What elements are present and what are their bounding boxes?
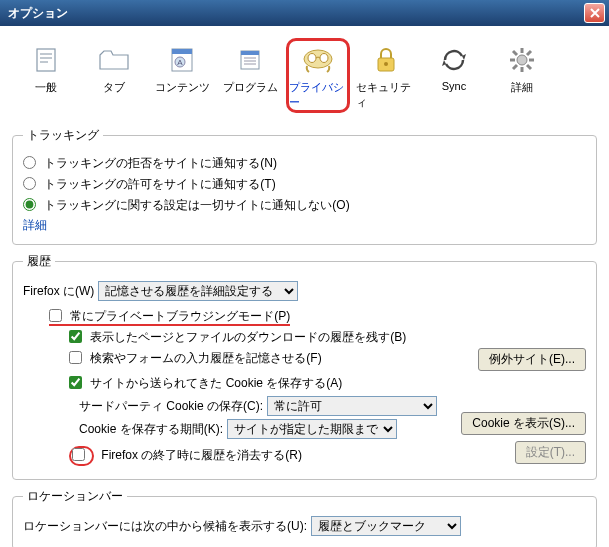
- locationbar-group: ロケーションバー ロケーションバーには次の中から候補を表示する(U): 履歴とブ…: [12, 488, 597, 547]
- history-settings-button: 設定(T)...: [515, 441, 586, 464]
- remember-forms-check[interactable]: 検索やフォームの入力履歴を記憶させる(F): [69, 351, 322, 365]
- firefox-history-label: Firefox に(W): [23, 283, 94, 300]
- svg-rect-2: [40, 57, 52, 59]
- svg-rect-5: [172, 49, 192, 54]
- svg-line-25: [513, 51, 517, 55]
- firefox-history-select[interactable]: 記憶させる履歴を詳細設定する: [98, 281, 298, 301]
- remember-visits-check[interactable]: 表示したページとファイルのダウンロードの履歴を残す(B): [69, 330, 406, 344]
- category-tabstrip: 一般 タブ A コンテンツ プログラム プライバシー: [12, 34, 597, 123]
- security-icon: [368, 42, 404, 78]
- svg-line-27: [527, 51, 531, 55]
- tracking-group: トラッキング トラッキングの拒否をサイトに通知する(N) トラッキングの許可をサ…: [12, 127, 597, 245]
- tracking-detail-link[interactable]: 詳細: [23, 218, 47, 232]
- advanced-icon: [504, 42, 540, 78]
- clear-on-close-check[interactable]: [72, 448, 85, 461]
- history-legend: 履歴: [23, 253, 55, 270]
- tab-icon: [96, 42, 132, 78]
- tab-privacy[interactable]: プライバシー: [286, 38, 350, 113]
- thirdparty-select[interactable]: 常に許可: [267, 396, 437, 416]
- thirdparty-label: サードパーティ Cookie の保存(C):: [79, 398, 263, 415]
- close-button[interactable]: [584, 3, 605, 23]
- svg-rect-9: [241, 51, 259, 55]
- svg-point-14: [308, 54, 316, 63]
- content-area: 一般 タブ A コンテンツ プログラム プライバシー: [0, 26, 609, 547]
- keep-until-select[interactable]: サイトが指定した期限まで: [227, 419, 397, 439]
- tab-security[interactable]: セキュリティ: [354, 38, 418, 113]
- window-title: オプション: [8, 5, 584, 22]
- tracking-allow[interactable]: トラッキングの許可をサイトに通知する(T): [23, 177, 276, 191]
- svg-point-17: [384, 62, 388, 66]
- tracking-none[interactable]: トラッキングに関する設定は一切サイトに通知しない(O): [23, 198, 350, 212]
- programs-icon: [232, 42, 268, 78]
- general-icon: [28, 42, 64, 78]
- tracking-legend: トラッキング: [23, 127, 103, 144]
- tab-programs[interactable]: プログラム: [218, 38, 282, 113]
- titlebar: オプション: [0, 0, 609, 26]
- tracking-refuse[interactable]: トラッキングの拒否をサイトに通知する(N): [23, 156, 277, 170]
- content-icon: A: [164, 42, 200, 78]
- tab-sync[interactable]: Sync: [422, 38, 486, 113]
- svg-rect-3: [40, 61, 48, 63]
- svg-text:A: A: [177, 58, 183, 67]
- clear-on-close-highlight: [69, 446, 94, 466]
- locationbar-legend: ロケーションバー: [23, 488, 127, 505]
- svg-line-26: [527, 65, 531, 69]
- svg-rect-0: [37, 49, 55, 71]
- locationbar-label: ロケーションバーには次の中から候補を表示する(U):: [23, 518, 307, 535]
- tab-tab[interactable]: タブ: [82, 38, 146, 113]
- tab-advanced[interactable]: 詳細: [490, 38, 554, 113]
- sync-icon: [436, 42, 472, 78]
- exceptions-button[interactable]: 例外サイト(E)...: [478, 348, 586, 371]
- tab-content[interactable]: A コンテンツ: [150, 38, 214, 113]
- tab-general[interactable]: 一般: [14, 38, 78, 113]
- show-cookies-button[interactable]: Cookie を表示(S)...: [461, 412, 586, 435]
- locationbar-select[interactable]: 履歴とブックマーク: [311, 516, 461, 536]
- privacy-icon: [300, 42, 336, 78]
- private-mode-check[interactable]: 常にプライベートブラウジングモード(P): [49, 309, 290, 326]
- accept-cookies-check[interactable]: サイトから送られてきた Cookie を保存する(A): [69, 376, 342, 390]
- svg-line-28: [513, 65, 517, 69]
- keep-until-label: Cookie を保存する期間(K):: [79, 421, 223, 438]
- svg-rect-1: [40, 53, 52, 55]
- history-group: 履歴 Firefox に(W) 記憶させる履歴を詳細設定する 常にプライベートブ…: [12, 253, 597, 480]
- svg-point-15: [320, 54, 328, 63]
- svg-point-20: [517, 55, 527, 65]
- clear-on-close-label: Firefox の終了時に履歴を消去する(R): [101, 448, 302, 462]
